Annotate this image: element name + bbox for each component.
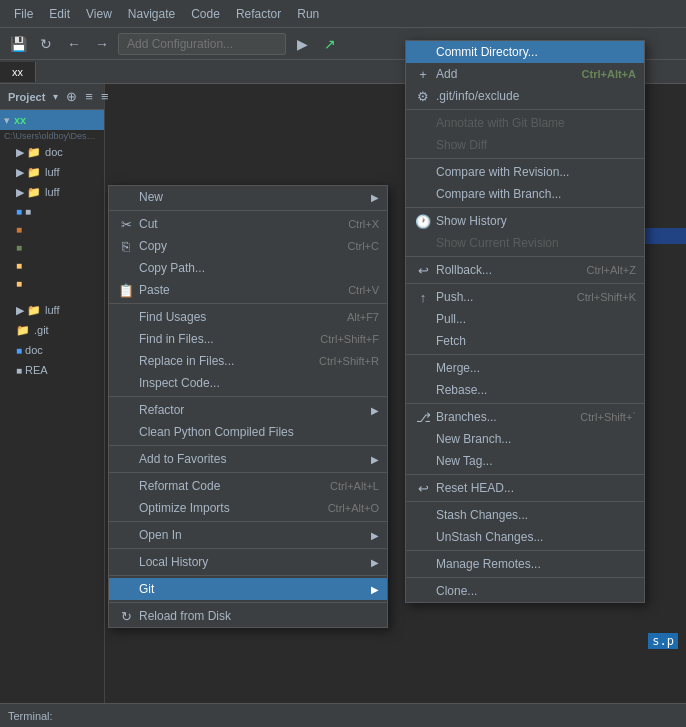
ctx-optimize-imports[interactable]: Optimize Imports Ctrl+Alt+O bbox=[109, 497, 387, 519]
git-diff-label: Show Diff bbox=[436, 138, 636, 152]
git-stash[interactable]: Stash Changes... bbox=[406, 504, 644, 526]
git-rebase[interactable]: Rebase... bbox=[406, 379, 644, 401]
git-remotes-label: Manage Remotes... bbox=[436, 557, 636, 571]
ctx-find-in-files[interactable]: Find in Files... Ctrl+Shift+F bbox=[109, 328, 387, 350]
tree-item-file1[interactable]: ■ ■ bbox=[0, 202, 104, 220]
ctx-replace-in-files[interactable]: Replace in Files... Ctrl+Shift+R bbox=[109, 350, 387, 372]
tab-xx[interactable]: xx bbox=[0, 62, 36, 82]
ctx-inspect-label: Inspect Code... bbox=[139, 376, 379, 390]
menu-refactor[interactable]: Refactor bbox=[228, 3, 289, 25]
menu-file[interactable]: File bbox=[6, 3, 41, 25]
git-new-branch[interactable]: New Branch... bbox=[406, 428, 644, 450]
ctx-refactor[interactable]: Refactor ▶ bbox=[109, 399, 387, 421]
ctx-copy-label: Copy bbox=[139, 239, 340, 253]
tree-item-doc1[interactable]: ▶ 📁 doc bbox=[0, 142, 104, 162]
back-button[interactable]: ← bbox=[62, 32, 86, 56]
tree-item-label: luff bbox=[45, 186, 59, 198]
menu-navigate[interactable]: Navigate bbox=[120, 3, 183, 25]
git-merge[interactable]: Merge... bbox=[406, 357, 644, 379]
folder-icon: ▶ 📁 bbox=[16, 166, 41, 179]
ctx-find-files-shortcut: Ctrl+Shift+F bbox=[320, 333, 379, 345]
tree-item-file2[interactable]: ■ bbox=[0, 220, 104, 238]
git-clone[interactable]: Clone... bbox=[406, 580, 644, 602]
separator bbox=[406, 577, 644, 578]
git-show-current-rev: Show Current Revision bbox=[406, 232, 644, 254]
tree-item-luff3[interactable]: ▶ 📁 luff bbox=[0, 300, 104, 320]
ctx-local-history[interactable]: Local History ▶ bbox=[109, 551, 387, 573]
tree-item-luff1[interactable]: ▶ 📁 luff bbox=[0, 162, 104, 182]
ctx-cut[interactable]: ✂ Cut Ctrl+X bbox=[109, 213, 387, 235]
ctx-find-usages[interactable]: Find Usages Alt+F7 bbox=[109, 306, 387, 328]
git-compare-branch[interactable]: Compare with Branch... bbox=[406, 183, 644, 205]
ctx-reload-disk[interactable]: ↻ Reload from Disk bbox=[109, 605, 387, 627]
git-new-tag[interactable]: New Tag... bbox=[406, 450, 644, 472]
menu-edit[interactable]: Edit bbox=[41, 3, 78, 25]
ctx-new[interactable]: New ▶ bbox=[109, 186, 387, 208]
separator bbox=[109, 472, 387, 473]
git-pull[interactable]: Pull... bbox=[406, 308, 644, 330]
git-stash-label: Stash Changes... bbox=[436, 508, 636, 522]
ctx-clean-python[interactable]: Clean Python Compiled Files bbox=[109, 421, 387, 443]
tree-root[interactable]: ▾ xx bbox=[0, 110, 104, 130]
tree-item-label: luff bbox=[45, 166, 59, 178]
git-new-tag-label: New Tag... bbox=[436, 454, 636, 468]
git-add[interactable]: + Add Ctrl+Alt+A bbox=[406, 63, 644, 85]
panel-add-icon[interactable]: ⊕ bbox=[66, 88, 77, 106]
tree-item-luff2[interactable]: ▶ 📁 luff bbox=[0, 182, 104, 202]
tree-item-docfile[interactable]: ■ doc bbox=[0, 340, 104, 360]
ctx-add-favorites[interactable]: Add to Favorites ▶ bbox=[109, 448, 387, 470]
ctx-git[interactable]: Git ▶ bbox=[109, 578, 387, 600]
ctx-inspect-code[interactable]: Inspect Code... bbox=[109, 372, 387, 394]
menu-view[interactable]: View bbox=[78, 3, 120, 25]
forward-button[interactable]: → bbox=[90, 32, 114, 56]
git-show-history[interactable]: 🕐 Show History bbox=[406, 210, 644, 232]
tree-item-gitfolder[interactable]: 📁 .git bbox=[0, 320, 104, 340]
ctx-reformat-code[interactable]: Reformat Code Ctrl+Alt+L bbox=[109, 475, 387, 497]
run-button[interactable]: ▶ bbox=[290, 32, 314, 56]
git-branches-shortcut: Ctrl+Shift+` bbox=[580, 411, 636, 423]
ctx-new-label: New bbox=[139, 190, 367, 204]
git-exclude[interactable]: ⚙ .git/info/exclude bbox=[406, 85, 644, 107]
ctx-copy-path[interactable]: Copy Path... bbox=[109, 257, 387, 279]
git-branches[interactable]: ⎇ Branches... Ctrl+Shift+` bbox=[406, 406, 644, 428]
tree-item-file3[interactable]: ■ bbox=[0, 238, 104, 256]
tree-item-label: ■ bbox=[25, 206, 31, 217]
ctx-copy[interactable]: ⎘ Copy Ctrl+C bbox=[109, 235, 387, 257]
tree-item-readme[interactable]: ■ REA bbox=[0, 360, 104, 380]
dc-icon: ■ bbox=[16, 345, 22, 356]
ctx-copy-path-label: Copy Path... bbox=[139, 261, 379, 275]
ctx-cut-label: Cut bbox=[139, 217, 340, 231]
copy-icon: ⎘ bbox=[117, 239, 135, 254]
ctx-open-in-label: Open In bbox=[139, 528, 367, 542]
arrow-button[interactable]: ↗ bbox=[318, 32, 342, 56]
git-commit-label: Commit Directory... bbox=[436, 45, 636, 59]
separator bbox=[406, 501, 644, 502]
panel-settings-icon[interactable]: ≡ bbox=[101, 88, 109, 106]
refresh-button[interactable]: ↻ bbox=[34, 32, 58, 56]
panel-list-icon[interactable]: ≡ bbox=[85, 88, 93, 106]
git-annotate-label: Annotate with Git Blame bbox=[436, 116, 636, 130]
save-button[interactable]: 💾 bbox=[6, 32, 30, 56]
ctx-paste[interactable]: 📋 Paste Ctrl+V bbox=[109, 279, 387, 301]
tree-item-file4[interactable]: ■ bbox=[0, 256, 104, 274]
ctx-optimize-label: Optimize Imports bbox=[139, 501, 320, 515]
git-manage-remotes[interactable]: Manage Remotes... bbox=[406, 553, 644, 575]
add-config-input[interactable] bbox=[118, 33, 286, 55]
git-reset-head[interactable]: ↩ Reset HEAD... bbox=[406, 477, 644, 499]
git-compare-rev-label: Compare with Revision... bbox=[436, 165, 636, 179]
tree-item-file5[interactable]: ■ bbox=[0, 274, 104, 292]
md-icon: ■ bbox=[16, 365, 22, 376]
ctx-open-in[interactable]: Open In ▶ bbox=[109, 524, 387, 546]
file-icon: ■ bbox=[16, 206, 22, 217]
menu-run[interactable]: Run bbox=[289, 3, 327, 25]
git-push[interactable]: ↑ Push... Ctrl+Shift+K bbox=[406, 286, 644, 308]
git-commit-dir[interactable]: Commit Directory... bbox=[406, 41, 644, 63]
menu-code[interactable]: Code bbox=[183, 3, 228, 25]
git-fetch[interactable]: Fetch bbox=[406, 330, 644, 352]
git-unstash[interactable]: UnStash Changes... bbox=[406, 526, 644, 548]
git-branches-label: Branches... bbox=[436, 410, 572, 424]
git-compare-revision[interactable]: Compare with Revision... bbox=[406, 161, 644, 183]
git-rollback[interactable]: ↩ Rollback... Ctrl+Alt+Z bbox=[406, 259, 644, 281]
ctx-git-label: Git bbox=[139, 582, 367, 596]
settings-icon: ⚙ bbox=[414, 89, 432, 104]
